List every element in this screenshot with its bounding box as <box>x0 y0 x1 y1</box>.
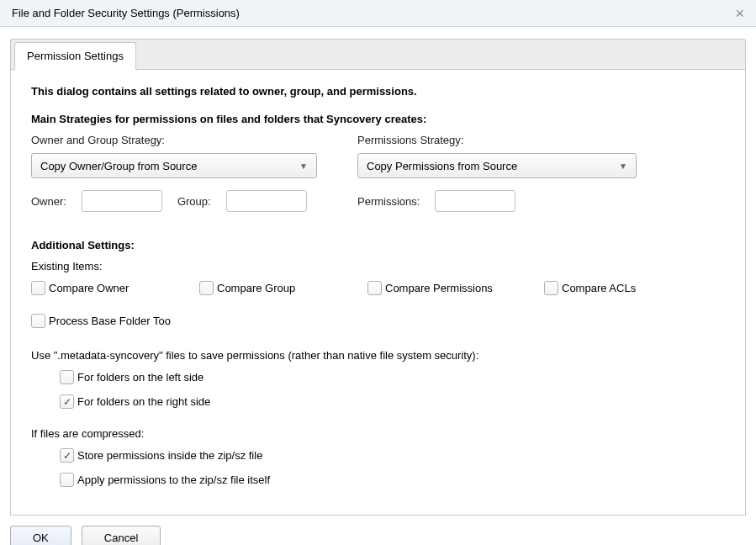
checkbox-label: Compare Permissions <box>385 282 493 294</box>
button-label: Cancel <box>104 532 138 544</box>
checkbox-label: For folders on the left side <box>77 371 204 384</box>
dialog-description: This dialog contains all settings relate… <box>31 85 725 98</box>
checkbox-icon <box>31 281 45 295</box>
checkbox-icon <box>199 281 214 295</box>
dropdown-value: Copy Permissions from Source <box>367 160 517 172</box>
checkbox-icon <box>60 473 74 487</box>
main-strategies-heading: Main Strategies for permissions on files… <box>31 113 725 125</box>
permissions-input[interactable] <box>435 190 515 212</box>
checkbox-label: Compare Group <box>217 282 295 294</box>
titlebar: File and Folder Security Settings (Permi… <box>0 0 756 27</box>
checkbox-label: Compare Owner <box>49 282 129 294</box>
compare-permissions-checkbox[interactable]: Compare Permissions <box>367 281 510 295</box>
checkbox-icon <box>60 448 74 463</box>
checkbox-label: Compare ACLs <box>562 282 636 294</box>
permissions-field-label: Permissions: <box>357 195 420 208</box>
owner-group-fields: Owner: Group: <box>31 190 317 212</box>
compare-group-checkbox[interactable]: Compare Group <box>199 281 334 295</box>
tab-panel: This dialog contains all settings relate… <box>10 69 746 516</box>
dropdown-value: Copy Owner/Group from Source <box>40 160 197 172</box>
existing-items-label: Existing Items: <box>31 260 725 272</box>
folders-left-checkbox[interactable]: For folders on the left side <box>60 370 204 384</box>
checkbox-label: For folders on the right side <box>77 395 210 408</box>
button-label: OK <box>33 532 49 544</box>
checkbox-icon <box>60 394 74 409</box>
checkbox-label: Apply permissions to the zip/sz file its… <box>77 474 270 486</box>
ok-button[interactable]: OK <box>10 526 71 545</box>
tab-container: Permission Settings This dialog contains… <box>10 39 746 516</box>
tab-label: Permission Settings <box>27 50 124 62</box>
permissions-strategy-label: Permissions Strategy: <box>357 134 637 146</box>
group-input[interactable] <box>226 190 307 212</box>
metadata-intro: Use ".metadata-syncovery" files to save … <box>31 349 725 362</box>
additional-settings-heading: Additional Settings: <box>31 239 725 251</box>
compressed-intro: If files are compressed: <box>31 427 725 440</box>
compare-owner-checkbox[interactable]: Compare Owner <box>31 281 166 295</box>
chevron-down-icon: ▼ <box>299 161 308 171</box>
dialog-buttons: OK Cancel <box>10 526 746 545</box>
owner-group-strategy-label: Owner and Group Strategy: <box>31 134 317 146</box>
compare-acls-checkbox[interactable]: Compare ACLs <box>544 281 636 295</box>
owner-group-col: Owner and Group Strategy: Copy Owner/Gro… <box>31 134 317 212</box>
metadata-options: For folders on the left side For folders… <box>60 370 725 409</box>
permissions-strategy-dropdown[interactable]: Copy Permissions from Source ▼ <box>357 153 637 178</box>
permissions-field: Permissions: <box>357 190 637 212</box>
tab-permission-settings[interactable]: Permission Settings <box>14 42 136 70</box>
chevron-down-icon: ▼ <box>619 161 627 171</box>
compare-row: Compare Owner Compare Group Compare Perm… <box>31 281 725 295</box>
owner-group-strategy-dropdown[interactable]: Copy Owner/Group from Source ▼ <box>31 153 317 178</box>
content-wrap: Permission Settings This dialog contains… <box>0 27 756 545</box>
checkbox-icon <box>544 281 558 295</box>
checkbox-label: Process Base Folder Too <box>49 315 171 327</box>
cancel-button[interactable]: Cancel <box>82 526 161 545</box>
owner-input[interactable] <box>82 190 162 212</box>
store-inside-zip-checkbox[interactable]: Store permissions inside the zip/sz file <box>60 448 262 463</box>
tab-strip: Permission Settings <box>10 39 746 69</box>
compressed-options: Store permissions inside the zip/sz file… <box>60 448 725 489</box>
owner-label: Owner: <box>31 195 66 208</box>
folders-right-checkbox[interactable]: For folders on the right side <box>60 394 210 409</box>
process-base-folder-checkbox[interactable]: Process Base Folder Too <box>31 314 171 328</box>
window-title: File and Folder Security Settings (Permi… <box>12 7 240 19</box>
checkbox-icon <box>31 314 45 328</box>
close-icon[interactable]: × <box>735 6 744 21</box>
group-label: Group: <box>177 195 211 208</box>
permissions-col: Permissions Strategy: Copy Permissions f… <box>357 134 637 212</box>
checkbox-icon <box>367 281 382 295</box>
checkbox-label: Store permissions inside the zip/sz file <box>77 449 262 462</box>
checkbox-icon <box>60 370 74 384</box>
apply-to-zip-checkbox[interactable]: Apply permissions to the zip/sz file its… <box>60 473 270 487</box>
strategy-row: Owner and Group Strategy: Copy Owner/Gro… <box>31 134 725 212</box>
